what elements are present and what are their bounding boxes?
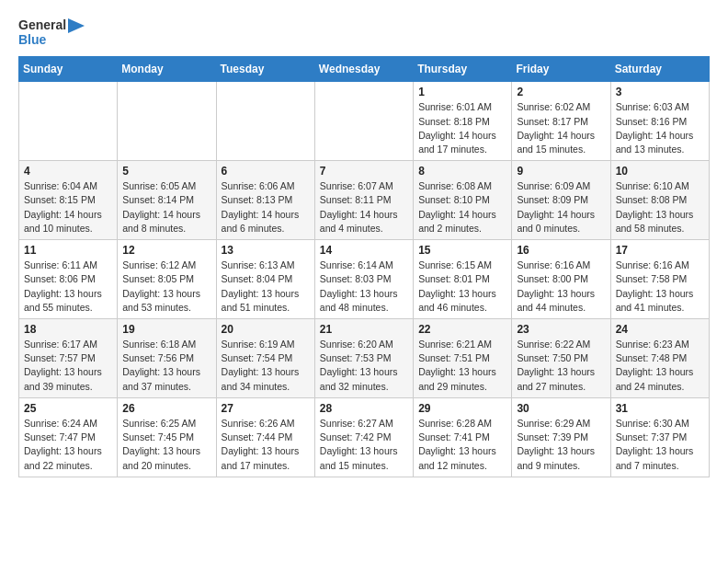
calendar-cell: 17Sunrise: 6:16 AM Sunset: 7:58 PM Dayli… — [610, 240, 709, 319]
day-number: 10 — [616, 165, 704, 178]
calendar-header-row: SundayMondayTuesdayWednesdayThursdayFrid… — [19, 57, 710, 82]
day-info: Sunrise: 6:26 AM Sunset: 7:44 PM Dayligh… — [222, 417, 310, 473]
day-number: 8 — [418, 165, 506, 178]
day-info: Sunrise: 6:30 AM Sunset: 7:37 PM Dayligh… — [616, 417, 704, 473]
calendar-cell: 23Sunrise: 6:22 AM Sunset: 7:50 PM Dayli… — [512, 319, 610, 398]
day-info: Sunrise: 6:28 AM Sunset: 7:41 PM Dayligh… — [418, 417, 506, 473]
day-number: 27 — [222, 402, 310, 415]
day-number: 31 — [616, 402, 704, 415]
day-info: Sunrise: 6:04 AM Sunset: 8:15 PM Dayligh… — [24, 179, 112, 236]
day-info: Sunrise: 6:20 AM Sunset: 7:53 PM Dayligh… — [320, 338, 408, 394]
day-number: 21 — [320, 323, 408, 336]
calendar-header-tuesday: Tuesday — [216, 57, 314, 82]
calendar-cell: 20Sunrise: 6:19 AM Sunset: 7:54 PM Dayli… — [216, 319, 314, 398]
day-info: Sunrise: 6:23 AM Sunset: 7:48 PM Dayligh… — [616, 338, 704, 394]
day-info: Sunrise: 6:11 AM Sunset: 8:06 PM Dayligh… — [24, 259, 112, 315]
day-number: 29 — [418, 402, 506, 415]
logo-container: General Blue — [18, 18, 85, 47]
day-number: 11 — [24, 244, 112, 257]
logo-general-text: General — [18, 18, 66, 32]
day-info: Sunrise: 6:12 AM Sunset: 8:05 PM Dayligh… — [122, 259, 210, 315]
calendar-cell — [19, 82, 118, 161]
day-number: 28 — [320, 402, 408, 415]
day-info: Sunrise: 6:01 AM Sunset: 8:18 PM Dayligh… — [418, 100, 506, 156]
calendar-cell: 1Sunrise: 6:01 AM Sunset: 8:18 PM Daylig… — [414, 82, 512, 161]
day-info: Sunrise: 6:24 AM Sunset: 7:47 PM Dayligh… — [24, 417, 112, 473]
calendar-header-wednesday: Wednesday — [314, 57, 413, 82]
day-number: 15 — [418, 244, 506, 257]
calendar-header-friday: Friday — [512, 57, 610, 82]
day-info: Sunrise: 6:22 AM Sunset: 7:50 PM Dayligh… — [517, 338, 605, 394]
calendar-cell: 28Sunrise: 6:27 AM Sunset: 7:42 PM Dayli… — [314, 397, 413, 477]
day-number: 19 — [122, 323, 210, 336]
day-number: 17 — [616, 244, 704, 257]
calendar-table: SundayMondayTuesdayWednesdayThursdayFrid… — [18, 56, 710, 477]
calendar-cell: 21Sunrise: 6:20 AM Sunset: 7:53 PM Dayli… — [314, 319, 413, 398]
calendar-cell: 7Sunrise: 6:07 AM Sunset: 8:11 PM Daylig… — [314, 161, 413, 240]
calendar-cell: 14Sunrise: 6:14 AM Sunset: 8:03 PM Dayli… — [314, 240, 413, 319]
calendar-cell: 3Sunrise: 6:03 AM Sunset: 8:16 PM Daylig… — [610, 82, 709, 161]
day-info: Sunrise: 6:25 AM Sunset: 7:45 PM Dayligh… — [122, 417, 210, 473]
day-info: Sunrise: 6:27 AM Sunset: 7:42 PM Dayligh… — [320, 417, 408, 473]
calendar-cell: 19Sunrise: 6:18 AM Sunset: 7:56 PM Dayli… — [118, 319, 216, 398]
day-info: Sunrise: 6:08 AM Sunset: 8:10 PM Dayligh… — [418, 179, 506, 236]
day-info: Sunrise: 6:15 AM Sunset: 8:01 PM Dayligh… — [418, 259, 506, 315]
day-number: 9 — [517, 165, 605, 178]
day-number: 1 — [418, 86, 506, 98]
day-info: Sunrise: 6:19 AM Sunset: 7:54 PM Dayligh… — [222, 338, 310, 394]
day-number: 30 — [517, 402, 605, 415]
calendar-header-saturday: Saturday — [610, 57, 709, 82]
calendar-cell: 4Sunrise: 6:04 AM Sunset: 8:15 PM Daylig… — [19, 161, 118, 240]
day-info: Sunrise: 6:21 AM Sunset: 7:51 PM Dayligh… — [418, 338, 506, 394]
logo-blue-text: Blue — [18, 33, 85, 47]
day-number: 3 — [616, 86, 704, 98]
day-number: 14 — [320, 244, 408, 257]
header: General Blue — [18, 15, 710, 47]
calendar-cell: 31Sunrise: 6:30 AM Sunset: 7:37 PM Dayli… — [610, 397, 709, 477]
day-info: Sunrise: 6:13 AM Sunset: 8:04 PM Dayligh… — [222, 259, 310, 315]
day-info: Sunrise: 6:14 AM Sunset: 8:03 PM Dayligh… — [320, 259, 408, 315]
calendar-cell: 8Sunrise: 6:08 AM Sunset: 8:10 PM Daylig… — [414, 161, 512, 240]
day-number: 18 — [24, 323, 112, 336]
day-info: Sunrise: 6:16 AM Sunset: 8:00 PM Dayligh… — [517, 259, 605, 315]
calendar-week-row: 18Sunrise: 6:17 AM Sunset: 7:57 PM Dayli… — [19, 319, 710, 398]
day-number: 4 — [24, 165, 112, 178]
calendar-cell: 30Sunrise: 6:29 AM Sunset: 7:39 PM Dayli… — [512, 397, 610, 477]
calendar-cell: 2Sunrise: 6:02 AM Sunset: 8:17 PM Daylig… — [512, 82, 610, 161]
day-number: 13 — [222, 244, 310, 257]
day-info: Sunrise: 6:07 AM Sunset: 8:11 PM Dayligh… — [320, 179, 408, 236]
day-number: 22 — [418, 323, 506, 336]
calendar-cell: 26Sunrise: 6:25 AM Sunset: 7:45 PM Dayli… — [118, 397, 216, 477]
day-info: Sunrise: 6:06 AM Sunset: 8:13 PM Dayligh… — [222, 179, 310, 236]
calendar-header-thursday: Thursday — [414, 57, 512, 82]
day-info: Sunrise: 6:16 AM Sunset: 7:58 PM Dayligh… — [616, 259, 704, 315]
calendar-cell: 11Sunrise: 6:11 AM Sunset: 8:06 PM Dayli… — [19, 240, 118, 319]
calendar-week-row: 4Sunrise: 6:04 AM Sunset: 8:15 PM Daylig… — [19, 161, 710, 240]
calendar-cell: 10Sunrise: 6:10 AM Sunset: 8:08 PM Dayli… — [610, 161, 709, 240]
calendar-cell — [118, 82, 216, 161]
calendar-header-sunday: Sunday — [19, 57, 118, 82]
day-number: 16 — [517, 244, 605, 257]
calendar-cell: 6Sunrise: 6:06 AM Sunset: 8:13 PM Daylig… — [216, 161, 314, 240]
day-number: 5 — [122, 165, 210, 178]
day-number: 6 — [222, 165, 310, 178]
calendar-cell: 15Sunrise: 6:15 AM Sunset: 8:01 PM Dayli… — [414, 240, 512, 319]
calendar-cell: 24Sunrise: 6:23 AM Sunset: 7:48 PM Dayli… — [610, 319, 709, 398]
day-info: Sunrise: 6:02 AM Sunset: 8:17 PM Dayligh… — [517, 100, 605, 156]
day-number: 24 — [616, 323, 704, 336]
calendar-cell — [216, 82, 314, 161]
calendar-cell: 27Sunrise: 6:26 AM Sunset: 7:44 PM Dayli… — [216, 397, 314, 477]
calendar-cell: 16Sunrise: 6:16 AM Sunset: 8:00 PM Dayli… — [512, 240, 610, 319]
day-info: Sunrise: 6:29 AM Sunset: 7:39 PM Dayligh… — [517, 417, 605, 473]
day-number: 12 — [122, 244, 210, 257]
day-info: Sunrise: 6:05 AM Sunset: 8:14 PM Dayligh… — [122, 179, 210, 236]
calendar-cell: 13Sunrise: 6:13 AM Sunset: 8:04 PM Dayli… — [216, 240, 314, 319]
calendar-cell: 18Sunrise: 6:17 AM Sunset: 7:57 PM Dayli… — [19, 319, 118, 398]
day-number: 25 — [24, 402, 112, 415]
calendar-cell: 25Sunrise: 6:24 AM Sunset: 7:47 PM Dayli… — [19, 397, 118, 477]
day-number: 20 — [222, 323, 310, 336]
svg-marker-0 — [68, 18, 85, 33]
calendar-week-row: 25Sunrise: 6:24 AM Sunset: 7:47 PM Dayli… — [19, 397, 710, 477]
calendar-cell: 29Sunrise: 6:28 AM Sunset: 7:41 PM Dayli… — [414, 397, 512, 477]
calendar-header-monday: Monday — [118, 57, 216, 82]
